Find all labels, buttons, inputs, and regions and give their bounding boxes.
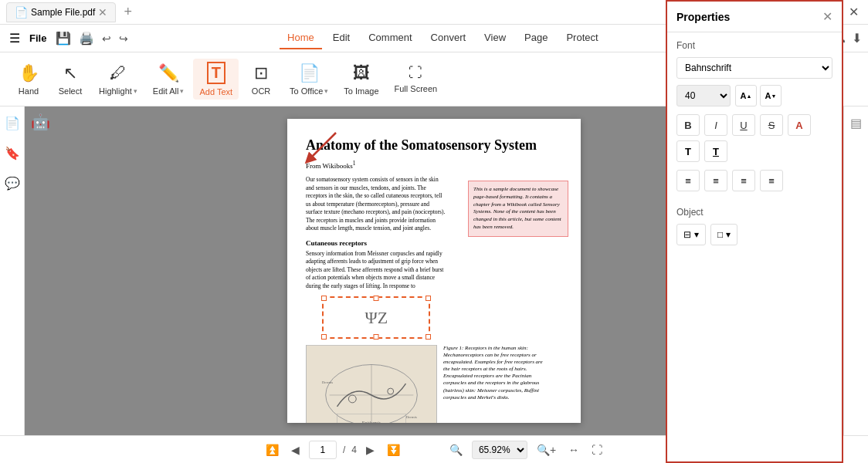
nav-comment[interactable]: Comment xyxy=(361,27,419,49)
pdf-section-title: Cutaneous receptors xyxy=(306,239,562,247)
resize-handle-tr[interactable] xyxy=(426,296,431,301)
select-label: Select xyxy=(59,86,83,96)
right-sidebar: ▤ xyxy=(843,106,868,435)
align-center-btn[interactable]: ≡ xyxy=(704,170,727,191)
object-distribute-icon: □ xyxy=(717,229,723,240)
nav-edit[interactable]: Edit xyxy=(325,27,358,49)
ai-assistant-icon[interactable]: 🤖 xyxy=(31,113,50,131)
toolbar-hand[interactable]: ✋ Hand xyxy=(9,60,48,99)
pdf-image-placeholder[interactable]: ΨΖ xyxy=(322,296,430,339)
tab-close[interactable]: ✕ xyxy=(98,6,107,19)
sidebar-pages-icon[interactable]: 📄 xyxy=(2,113,23,133)
fit-page-btn[interactable]: ⛶ xyxy=(588,442,605,458)
text-bg-btn[interactable]: T xyxy=(676,140,700,162)
total-pages: 4 xyxy=(351,444,357,455)
to-office-icon: 📄 xyxy=(299,63,320,83)
bold-btn[interactable]: B xyxy=(676,114,700,136)
zoom-out-btn[interactable]: 🔍 xyxy=(446,442,466,458)
object-section: Object ⊟ ▾ □ ▾ xyxy=(667,207,842,253)
nav-menu: Home Edit Comment Convert View Page Prot… xyxy=(137,27,748,49)
redo-btn[interactable]: ↪ xyxy=(116,31,131,46)
titlebar-left: 📄 Sample File.pdf ✕ + xyxy=(6,2,135,22)
resize-handle-bm[interactable] xyxy=(374,334,379,340)
right-sidebar-icon[interactable]: ▤ xyxy=(847,113,865,133)
pdf-page: Anatomy of the Somatosensory System From… xyxy=(287,119,581,423)
strikethrough-btn[interactable]: S xyxy=(760,114,783,136)
toolbar-edit-all[interactable]: ✏️ Edit All ▾ xyxy=(147,60,191,99)
to-office-arrow: ▾ xyxy=(324,87,328,95)
resize-handle-tm[interactable] xyxy=(374,296,379,301)
to-image-icon: 🖼 xyxy=(353,63,370,83)
zoom-in-btn[interactable]: 🔍+ xyxy=(534,442,559,458)
resize-handle-tl[interactable] xyxy=(321,296,327,301)
ocr-icon: ⊡ xyxy=(254,63,268,83)
toolbar-add-text[interactable]: T Add Text xyxy=(193,59,239,100)
page-separator: / xyxy=(343,444,345,455)
text-border-btn[interactable]: T xyxy=(704,140,727,162)
first-page-btn[interactable]: ⏫ xyxy=(263,442,282,458)
file-tab[interactable]: 📄 Sample File.pdf ✕ xyxy=(6,2,116,22)
pdf-body-text: Our somatosensory system consists of sen… xyxy=(306,176,447,233)
pdf-subtitle: From Wikibooks1 xyxy=(306,160,562,170)
align-right-btn[interactable]: ≡ xyxy=(732,170,755,191)
pdf-image-container[interactable]: ΨΖ xyxy=(306,296,447,339)
object-section-label: Object xyxy=(676,207,832,218)
to-image-label: To Image xyxy=(344,86,378,96)
align-row: ≡ ≡ ≡ ≡ xyxy=(676,170,832,191)
last-page-btn[interactable]: ⏬ xyxy=(384,442,403,458)
add-tab-button[interactable]: + xyxy=(120,4,135,20)
edit-all-label: Edit All xyxy=(153,86,179,96)
undo-btn[interactable]: ↩ xyxy=(99,31,114,46)
toolbar-to-image[interactable]: 🖼 To Image xyxy=(337,60,385,99)
nav-convert[interactable]: Convert xyxy=(423,27,474,49)
close-btn[interactable]: ✕ xyxy=(846,5,862,19)
edit-all-arrow: ▾ xyxy=(180,87,184,95)
toolbar-full-screen[interactable]: ⛶ Full Screen xyxy=(388,62,444,96)
fit-width-btn[interactable]: ↔ xyxy=(565,442,582,458)
to-office-label: To Office xyxy=(290,86,323,96)
hand-icon: ✋ xyxy=(19,63,39,83)
ocr-label: OCR xyxy=(252,86,270,96)
object-distribute-btn[interactable]: □ ▾ xyxy=(710,224,737,245)
font-section: Font Bahnschrift 40 A▲ A▼ B I U S xyxy=(667,106,842,207)
save-icon[interactable]: 💾 xyxy=(53,29,74,47)
nav-protect[interactable]: Protect xyxy=(558,27,605,49)
full-screen-icon: ⛶ xyxy=(409,65,422,81)
nav-view[interactable]: View xyxy=(476,27,514,49)
toolbar-select[interactable]: ↖ Select xyxy=(51,60,90,99)
edit-all-icon: ✏️ xyxy=(158,63,179,83)
align-justify-btn[interactable]: ≡ xyxy=(760,170,783,191)
sidebar-comments-icon[interactable]: 💬 xyxy=(2,173,23,194)
highlight-icon: 🖊 xyxy=(110,63,127,83)
next-page-btn[interactable]: ▶ xyxy=(363,442,378,458)
nav-page[interactable]: Page xyxy=(517,27,555,49)
font-color-btn[interactable]: A xyxy=(788,114,811,136)
object-align-arrow: ▾ xyxy=(694,229,699,240)
file-menu[interactable]: File xyxy=(25,31,51,46)
toolbar-ocr[interactable]: ⊡ OCR xyxy=(242,60,280,99)
hand-label: Hand xyxy=(19,86,39,96)
zoom-select[interactable]: 65.92% 50% 75% 100% xyxy=(472,441,527,459)
svg-text:Epidermis: Epidermis xyxy=(362,421,381,423)
italic-btn[interactable]: I xyxy=(704,114,727,136)
hamburger-menu[interactable]: ☰ xyxy=(6,29,23,47)
pdf-pink-box: This is a sample document to showcase pa… xyxy=(468,181,568,237)
sidebar-bookmarks-icon[interactable]: 🔖 xyxy=(2,143,23,164)
svg-text:Dermis: Dermis xyxy=(322,380,334,384)
select-icon: ↖ xyxy=(63,63,77,83)
page-input[interactable] xyxy=(309,441,337,459)
nav-home[interactable]: Home xyxy=(280,27,322,49)
toolbar-highlight[interactable]: 🖊 Highlight ▾ xyxy=(93,60,144,99)
object-align-btn[interactable]: ⊟ ▾ xyxy=(676,224,706,245)
resize-handle-br[interactable] xyxy=(426,334,431,340)
toolbar-to-office[interactable]: 📄 To Office ▾ xyxy=(283,60,334,99)
align-left-btn[interactable]: ≡ xyxy=(676,170,700,191)
underline-btn[interactable]: U xyxy=(732,114,755,136)
image-content: ΨΖ xyxy=(364,308,388,328)
print-icon[interactable]: 🖨️ xyxy=(76,29,97,47)
svg-text:Dermis: Dermis xyxy=(405,415,417,419)
prev-page-btn[interactable]: ◀ xyxy=(288,442,303,458)
notification-bell[interactable]: ⬇ xyxy=(852,31,862,46)
resize-handle-bl[interactable] xyxy=(321,334,327,340)
add-text-label: Add Text xyxy=(199,87,232,96)
